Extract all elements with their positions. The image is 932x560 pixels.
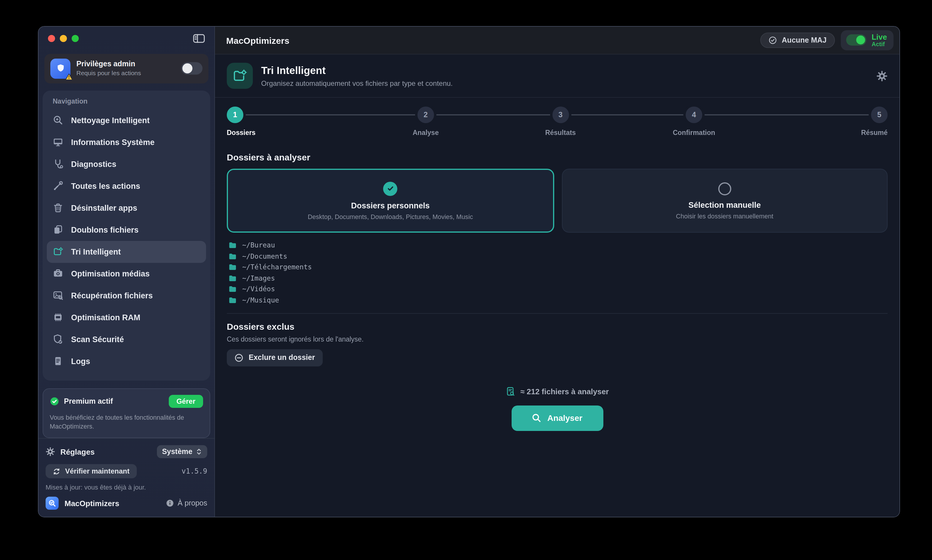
analyser-button[interactable]: Analyser xyxy=(511,405,603,431)
close-window-button[interactable] xyxy=(48,35,55,42)
settings-label: Réglages xyxy=(60,447,95,456)
magnifier-sparkle-icon xyxy=(53,115,63,126)
live-toggle[interactable] xyxy=(846,35,866,46)
sidebar-item-optimisation-ram[interactable]: Optimisation RAM xyxy=(47,306,206,328)
minimize-window-button[interactable] xyxy=(60,35,67,42)
analyze-zone: ≈ 212 fichiers à analyser Analyser xyxy=(227,386,887,431)
page-header: Tri Intelligent Organisez automatiquemen… xyxy=(215,54,900,98)
list-item: ~/Musique xyxy=(228,296,887,304)
sidebar-item-label: Optimisation RAM xyxy=(71,313,140,322)
sidebar-titlebar xyxy=(39,27,214,50)
update-badge[interactable]: Aucune MAJ xyxy=(761,32,835,48)
sidebar: Privilèges admin Requis pour les actions… xyxy=(39,27,215,517)
sidebar-item-diagnostics[interactable]: Diagnostics xyxy=(47,153,206,175)
folder-icon xyxy=(228,263,237,271)
folders-section-heading: Dossiers à analyser xyxy=(227,152,887,162)
navigation-panel: Navigation Nettoyage Intelligent xyxy=(43,90,210,380)
card-title: Dossiers personnels xyxy=(351,201,430,210)
image-search-icon xyxy=(53,290,63,301)
page-title: Tri Intelligent xyxy=(261,64,453,77)
sidebar-item-optimisation-medias[interactable]: Optimisation médias xyxy=(47,263,206,285)
step-circle-resume[interactable]: 5 xyxy=(869,104,890,126)
sidebar-toggle-icon[interactable] xyxy=(193,34,205,43)
premium-description: Vous bénéficiez de toutes les fonctionna… xyxy=(50,413,203,432)
sidebar-footer: Réglages Système xyxy=(39,438,214,517)
folder-icon xyxy=(228,285,237,292)
admin-privileges-subtitle: Requis pour les actions xyxy=(76,69,175,77)
wizard-stepper: 1 2 3 4 5 Dossiers Analyse Résultats Con… xyxy=(215,98,900,143)
theme-select-value: Système xyxy=(162,448,193,456)
check-circle-icon xyxy=(769,36,777,45)
excluded-section-description: Ces dossiers seront ignorés lors de l'an… xyxy=(227,335,887,342)
step-label-resume: Résumé xyxy=(861,129,888,136)
zoom-window-button[interactable] xyxy=(72,35,79,42)
sidebar-item-scan-securite[interactable]: Scan Sécurité xyxy=(47,328,206,350)
admin-privileges-card: Privilèges admin Requis pour les actions xyxy=(45,54,208,83)
search-icon xyxy=(532,413,541,423)
sidebar-item-doublons-fichiers[interactable]: Doublons fichiers xyxy=(47,219,206,241)
sidebar-item-informations-systeme[interactable]: Informations Système xyxy=(47,131,206,153)
check-updates-label: Vérifier maintenant xyxy=(65,467,129,475)
navigation-section-label: Navigation xyxy=(53,97,206,105)
live-status-card: Live Actif xyxy=(841,30,893,50)
monitor-icon xyxy=(53,137,63,148)
info-icon xyxy=(166,499,174,507)
about-link[interactable]: À propos xyxy=(166,499,207,507)
sidebar-item-toutes-les-actions[interactable]: Toutes les actions xyxy=(47,175,206,197)
app-version: v1.5.9 xyxy=(182,467,207,475)
folder-path: ~/Musique xyxy=(242,296,279,304)
file-count-text: ≈ 212 fichiers à analyser xyxy=(520,387,609,396)
sidebar-item-tri-intelligent[interactable]: Tri Intelligent xyxy=(47,241,206,263)
camera-sync-icon xyxy=(53,268,63,279)
list-item: ~/Documents xyxy=(228,252,887,260)
sidebar-item-label: Récupération fichiers xyxy=(71,291,153,300)
admin-privileges-toggle[interactable] xyxy=(181,62,202,75)
folder-icon xyxy=(228,274,237,282)
settings-gear-icon[interactable] xyxy=(877,70,887,82)
step-circle-confirmation[interactable]: 4 xyxy=(683,104,705,126)
app-window: Privilèges admin Requis pour les actions… xyxy=(38,26,900,517)
sidebar-item-label: Diagnostics xyxy=(71,160,116,168)
step-circle-dossiers[interactable]: 1 xyxy=(225,104,246,126)
step-circle-analyse[interactable]: 2 xyxy=(415,104,436,126)
theme-select[interactable]: Système xyxy=(157,445,207,458)
sidebar-item-label: Désinstaller apps xyxy=(71,203,137,212)
excluded-section-heading: Dossiers exclus xyxy=(227,321,887,331)
card-title: Sélection manuelle xyxy=(689,200,761,209)
app-name-label: MacOptimizers xyxy=(65,499,119,508)
warning-icon xyxy=(65,73,73,80)
topbar-title: MacOptimizers xyxy=(226,35,289,45)
trash-icon xyxy=(53,202,63,213)
folder-gear-icon xyxy=(53,246,63,257)
folder-path: ~/Images xyxy=(242,274,275,282)
folder-path: ~/Téléchargements xyxy=(242,263,312,271)
refresh-icon xyxy=(53,467,60,475)
sidebar-item-label: Nettoyage Intelligent xyxy=(71,116,150,125)
sidebar-item-label: Informations Système xyxy=(71,138,154,146)
sidebar-item-nettoyage-intelligent[interactable]: Nettoyage Intelligent xyxy=(47,109,206,131)
sidebar-item-logs[interactable]: Logs xyxy=(47,350,206,372)
stethoscope-icon xyxy=(53,158,63,169)
card-selection-manuelle[interactable]: Sélection manuelle Choisir les dossiers … xyxy=(562,169,887,233)
app-logo-icon xyxy=(46,497,59,510)
shield-check-icon xyxy=(53,334,63,345)
step-label-confirmation: Confirmation xyxy=(673,129,715,136)
check-updates-button[interactable]: Vérifier maintenant xyxy=(46,464,137,478)
list-item: ~/Téléchargements xyxy=(228,263,887,271)
sidebar-item-recuperation-fichiers[interactable]: Récupération fichiers xyxy=(47,285,206,306)
list-item: ~/Images xyxy=(228,274,887,282)
check-circle-filled-icon xyxy=(384,182,397,195)
manage-premium-button[interactable]: Gérer xyxy=(169,395,203,408)
about-label: À propos xyxy=(178,499,207,507)
card-dossiers-personnels[interactable]: Dossiers personnels Desktop, Documents, … xyxy=(227,169,554,233)
exclude-folder-button[interactable]: Exclure un dossier xyxy=(227,349,323,366)
sidebar-item-label: Doublons fichiers xyxy=(71,225,139,234)
admin-privileges-title: Privilèges admin xyxy=(76,60,175,69)
chevron-updown-icon xyxy=(196,448,202,456)
desktop: Privilèges admin Requis pour les actions… xyxy=(0,0,932,560)
folder-path: ~/Bureau xyxy=(242,241,275,249)
step-circle-resultats[interactable]: 3 xyxy=(550,104,571,126)
minus-circle-icon xyxy=(234,353,243,362)
sidebar-item-desinstaller-apps[interactable]: Désinstaller apps xyxy=(47,197,206,219)
live-label: Live xyxy=(872,33,887,41)
